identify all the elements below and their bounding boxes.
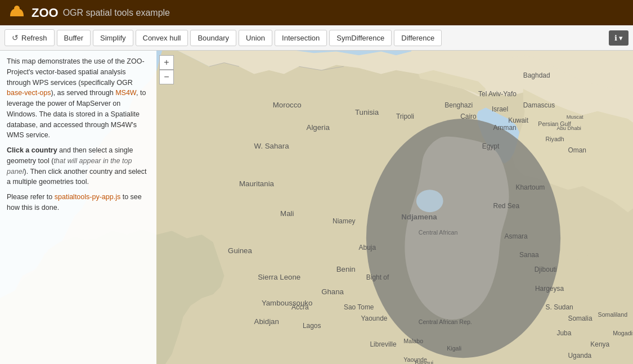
svg-text:Niamey: Niamey [333,217,355,225]
svg-point-1 [14,6,20,11]
svg-text:Egypt: Egypt [482,142,500,150]
app-title: OGR spatial tools example [63,8,170,18]
svg-text:Mauritania: Mauritania [239,179,275,188]
svg-text:Khartoum: Khartoum [515,183,545,191]
refresh-icon: ↺ [12,33,19,42]
info-dropdown-icon: ▾ [619,34,623,42]
info-button[interactable]: ℹ ▾ [609,30,628,46]
click-country-label: Click a country [7,146,57,154]
svg-text:Hargeysa: Hargeysa [535,285,564,293]
svg-text:Bangui: Bangui [415,359,433,364]
svg-text:Sanaa: Sanaa [519,251,539,259]
description-text: This map demonstrates the use of the ZOO… [7,56,150,141]
svg-text:Malabo: Malabo [403,338,423,344]
svg-text:Benin: Benin [336,265,356,273]
svg-text:Asmara: Asmara [505,232,528,240]
zoo-brand: ZOO [32,6,59,20]
svg-text:Uganda: Uganda [568,352,591,359]
svg-text:Kuwait: Kuwait [508,116,529,124]
svg-text:Tripoli: Tripoli [396,113,414,120]
svg-text:Riyadh: Riyadh [546,136,564,142]
svg-text:Lagos: Lagos [303,322,321,330]
svg-text:Benghazi: Benghazi [445,101,473,109]
svg-text:Mogadishu: Mogadishu [613,330,633,336]
info-panel: This map demonstrates the use of the ZOO… [0,51,156,364]
spatialtools-link[interactable]: spatialtools-py-app.js [55,193,120,201]
svg-text:Sao Tome: Sao Tome [344,303,374,311]
zoom-controls: + − [159,55,174,84]
svg-text:Bight of: Bight of [366,273,389,281]
svg-text:Guinea: Guinea [228,246,252,255]
svg-text:Algeria: Algeria [307,123,330,132]
svg-text:Djibouti: Djibouti [535,266,557,273]
svg-text:Cairo: Cairo [460,113,477,120]
svg-text:Kigali: Kigali [447,345,461,352]
boundary-button[interactable]: Boundary [190,30,236,46]
union-button[interactable]: Union [239,30,272,46]
svg-text:Central African: Central African [419,229,458,236]
svg-text:Libreville: Libreville [370,340,396,348]
svg-text:Oman: Oman [568,146,586,154]
simplify-button[interactable]: Simplify [93,30,133,46]
intersection-button[interactable]: Intersection [275,30,327,46]
svg-text:Baghdad: Baghdad [523,71,550,79]
refresh-button[interactable]: ↺ Refresh [5,29,55,46]
svg-text:Somalia: Somalia [568,314,592,322]
svg-text:Israel: Israel [492,105,508,113]
refer-text: Please refer to spatialtools-py-app.js t… [7,192,150,213]
svg-text:W. Sahara: W. Sahara [254,142,290,150]
zoom-out-button[interactable]: − [159,70,174,84]
svg-text:Central African Rep.: Central African Rep. [419,318,472,325]
svg-text:Muscat: Muscat [567,114,583,120]
svg-text:Yaounde: Yaounde [361,314,388,322]
info-icon: ℹ [614,34,617,42]
svg-text:Tunisia: Tunisia [355,108,379,116]
convex-hull-button[interactable]: Convex hull [136,30,188,46]
zoo-logo-icon [7,3,27,23]
svg-text:Abu Dhabi: Abu Dhabi [557,125,581,131]
toolbar: ↺ Refresh Buffer Simplify Convex hull Bo… [0,25,633,51]
svg-text:Abuja: Abuja [359,244,376,251]
svg-text:Ghana: Ghana [321,287,344,296]
svg-text:Juba: Juba [557,329,572,337]
svg-text:Tel Aviv-Yafo: Tel Aviv-Yafo [478,90,517,98]
svg-text:Ndjamena: Ndjamena [401,213,437,221]
svg-point-4 [416,190,443,212]
svg-text:Accra: Accra [291,303,309,311]
sym-difference-button[interactable]: SymDifference [329,30,392,46]
click-instructions: Click a country and then select a single… [7,145,150,187]
svg-text:S. Sudan: S. Sudan [546,303,573,311]
app-header: ZOO OGR spatial tools example [0,0,633,25]
svg-text:Abidjan: Abidjan [254,317,279,326]
svg-text:Somaliland: Somaliland [598,311,628,318]
svg-text:Morocco: Morocco [273,101,302,109]
difference-button[interactable]: Difference [394,30,442,46]
svg-text:Amman: Amman [493,124,517,132]
buffer-button[interactable]: Buffer [57,30,91,46]
base-vect-ops-link[interactable]: base-vect-ops [7,89,51,97]
svg-text:Red Sea: Red Sea [493,202,520,210]
main-area: Morocco Algeria Tunisia Tripoli Benghazi… [0,51,633,364]
svg-text:Mali: Mali [280,209,294,218]
svg-text:Kenya: Kenya [590,340,609,348]
svg-text:Damascus: Damascus [523,101,555,109]
zoom-in-button[interactable]: + [159,55,174,70]
ms4w-link[interactable]: MS4W [115,89,136,97]
logo-container: ZOO OGR spatial tools example [7,3,170,23]
svg-text:Sierra Leone: Sierra Leone [258,273,300,281]
